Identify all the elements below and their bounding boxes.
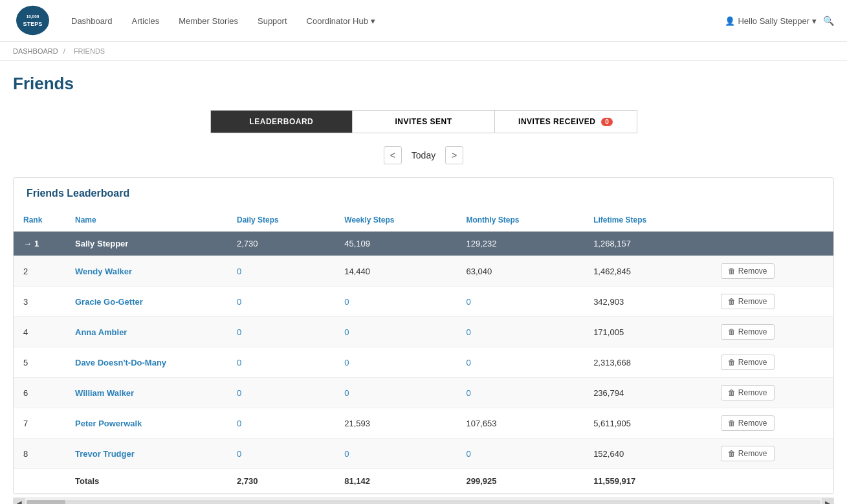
trash-icon: 🗑 — [728, 419, 736, 428]
trash-icon: 🗑 — [728, 388, 736, 397]
action-cell: 🗑 Remove — [711, 256, 833, 287]
monthly-steps-cell: 0 — [456, 287, 584, 317]
rank-cell: 3 — [14, 287, 65, 317]
nav-articles[interactable]: Articles — [132, 16, 160, 26]
chevron-down-icon: ▾ — [812, 16, 817, 26]
weekly-steps-cell: 0 — [335, 378, 456, 408]
site-logo[interactable]: 10,000 STEPS — [13, 3, 52, 39]
action-cell: 🗑 Remove — [711, 347, 833, 378]
breadcrumb-current: FRIENDS — [74, 47, 105, 55]
table-row: 2Wendy Walker014,44063,0401,462,845🗑 Rem… — [14, 256, 833, 287]
nav-dashboard[interactable]: Dashboard — [71, 16, 113, 26]
rank-cell: 7 — [14, 408, 65, 439]
remove-button[interactable]: 🗑 Remove — [721, 415, 775, 431]
table-row: 8Trevor Trudger000152,640🗑 Remove — [14, 439, 833, 469]
trash-icon: 🗑 — [728, 449, 736, 458]
daily-steps-cell: 0 — [227, 256, 335, 287]
name-cell: Anna Ambler — [65, 317, 227, 347]
svg-text:10,000: 10,000 — [26, 14, 39, 19]
nav-support[interactable]: Support — [258, 16, 287, 26]
date-prev-button[interactable]: < — [384, 146, 402, 164]
monthly-steps-cell: 0 — [456, 347, 584, 378]
remove-button[interactable]: 🗑 Remove — [721, 324, 775, 340]
totals-name-cell: Totals — [65, 469, 227, 494]
name-cell: Trevor Trudger — [65, 439, 227, 469]
scroll-right-button[interactable]: ▶ — [822, 498, 833, 504]
table-row: →1Sally Stepper2,73045,109129,2321,268,1… — [14, 232, 833, 256]
lifetime-steps-cell: 5,611,905 — [584, 408, 711, 439]
monthly-steps-cell: 129,232 — [456, 232, 584, 256]
remove-button[interactable]: 🗑 Remove — [721, 385, 775, 400]
table-row: 6William Walker000236,794🗑 Remove — [14, 378, 833, 408]
scroll-left-button[interactable]: ◀ — [14, 498, 25, 504]
action-cell: 🗑 Remove — [711, 439, 833, 469]
remove-button[interactable]: 🗑 Remove — [721, 446, 775, 461]
trash-icon: 🗑 — [728, 267, 736, 276]
weekly-steps-cell: 0 — [335, 439, 456, 469]
col-actions — [711, 209, 833, 232]
scroll-thumb[interactable] — [27, 500, 65, 504]
totals-rank-cell — [14, 469, 65, 494]
tab-invites-sent[interactable]: INVITES SENT — [353, 111, 495, 133]
lifetime-steps-cell: 1,268,157 — [584, 232, 711, 256]
trash-icon: 🗑 — [728, 358, 736, 367]
tab-invites-received[interactable]: INVITES RECEIVED 0 — [495, 111, 637, 133]
lifetime-steps-cell: 342,903 — [584, 287, 711, 317]
table-row: 3Gracie Go-Getter000342,903🗑 Remove — [14, 287, 833, 317]
tab-leaderboard[interactable]: LEADERBOARD — [211, 111, 353, 133]
col-monthly: Monthly Steps — [456, 209, 584, 232]
daily-steps-cell: 0 — [227, 408, 335, 439]
totals-row: Totals 2,730 81,142 299,925 11,559,917 — [14, 469, 833, 494]
totals-lifetime-cell: 11,559,917 — [584, 469, 711, 494]
table-row: 7Peter Powerwalk021,593107,6535,611,905🗑… — [14, 408, 833, 439]
name-cell: Sally Stepper — [65, 232, 227, 256]
leaderboard-table: Rank Name Daily Steps Weekly Steps Month… — [14, 209, 833, 494]
col-name: Name — [65, 209, 227, 232]
nav-member-stories[interactable]: Member Stories — [179, 16, 238, 26]
scroll-track[interactable] — [27, 500, 820, 504]
date-nav: < Today > — [0, 146, 847, 164]
monthly-steps-cell: 0 — [456, 439, 584, 469]
totals-monthly-cell: 299,925 — [456, 469, 584, 494]
col-daily: Daily Steps — [227, 209, 335, 232]
breadcrumb-parent[interactable]: DASHBOARD — [13, 47, 58, 55]
user-icon: 👤 — [725, 16, 735, 26]
weekly-steps-cell: 21,593 — [335, 408, 456, 439]
remove-button[interactable]: 🗑 Remove — [721, 355, 775, 370]
rank-cell: 2 — [14, 256, 65, 287]
search-icon[interactable]: 🔍 — [823, 16, 834, 26]
nav-coordinator-hub[interactable]: Coordinator Hub ▾ — [307, 16, 375, 26]
nav-links: Dashboard Articles Member Stories Suppor… — [71, 16, 725, 26]
remove-button[interactable]: 🗑 Remove — [721, 294, 775, 309]
monthly-steps-cell: 63,040 — [456, 256, 584, 287]
weekly-steps-cell: 14,440 — [335, 256, 456, 287]
name-cell: Wendy Walker — [65, 256, 227, 287]
daily-steps-cell: 0 — [227, 378, 335, 408]
daily-steps-cell: 0 — [227, 287, 335, 317]
action-cell: 🗑 Remove — [711, 287, 833, 317]
totals-daily-cell: 2,730 — [227, 469, 335, 494]
breadcrumb: DASHBOARD / FRIENDS — [0, 42, 847, 61]
daily-steps-cell: 0 — [227, 317, 335, 347]
invites-received-badge: 0 — [601, 118, 613, 126]
nav-user-menu[interactable]: 👤 Hello Sally Stepper ▾ — [725, 16, 817, 26]
table-header-row: Rank Name Daily Steps Weekly Steps Month… — [14, 209, 833, 232]
weekly-steps-cell: 0 — [335, 287, 456, 317]
date-next-button[interactable]: > — [445, 146, 463, 164]
col-weekly: Weekly Steps — [335, 209, 456, 232]
rank-cell: 6 — [14, 378, 65, 408]
daily-steps-cell: 0 — [227, 347, 335, 378]
name-cell: Dave Doesn't-Do-Many — [65, 347, 227, 378]
weekly-steps-cell: 0 — [335, 347, 456, 378]
totals-action-cell — [711, 469, 833, 494]
page-title: Friends — [0, 61, 847, 104]
lifetime-steps-cell: 2,313,668 — [584, 347, 711, 378]
weekly-steps-cell: 45,109 — [335, 232, 456, 256]
table-row: 4Anna Ambler000171,005🗑 Remove — [14, 317, 833, 347]
remove-button[interactable]: 🗑 Remove — [721, 263, 775, 279]
name-cell: William Walker — [65, 378, 227, 408]
action-cell — [711, 232, 833, 256]
tab-bar: LEADERBOARD INVITES SENT INVITES RECEIVE… — [210, 110, 637, 133]
rank-arrow-icon: → — [23, 239, 32, 248]
name-cell: Peter Powerwalk — [65, 408, 227, 439]
